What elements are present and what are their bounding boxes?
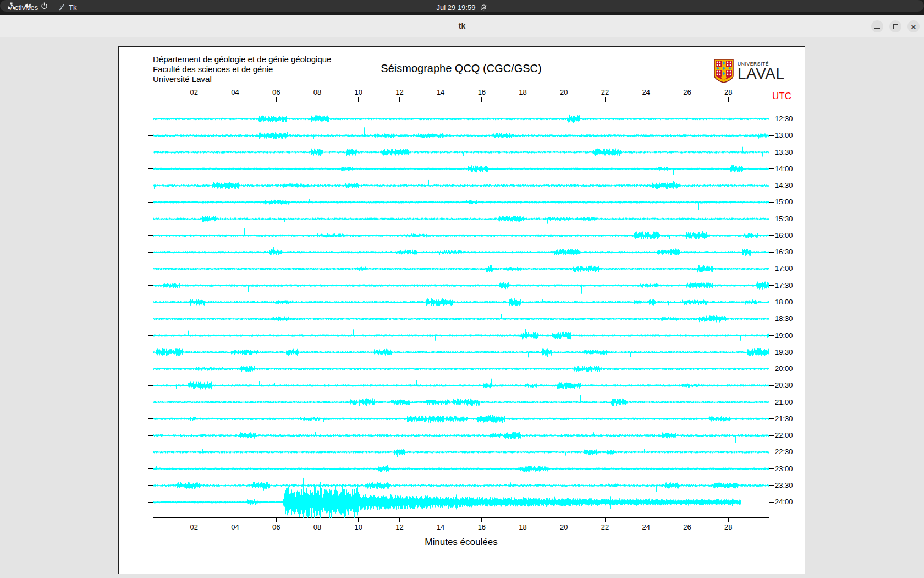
utc-row-label: 17:00 bbox=[775, 264, 793, 272]
x-tick-label-bottom: 12 bbox=[395, 523, 403, 531]
utc-row-label: 19:30 bbox=[775, 348, 793, 356]
x-tick-label-top: 28 bbox=[724, 88, 732, 96]
clock-menu[interactable]: Jul 29 19:59 bbox=[437, 0, 488, 15]
row-tick-right bbox=[769, 385, 774, 386]
x-tick-label-top: 02 bbox=[190, 88, 197, 96]
utc-row-label: 13:30 bbox=[775, 148, 793, 156]
row-tick-left bbox=[148, 135, 153, 136]
notifications-disabled-icon bbox=[480, 4, 487, 12]
row-tick-right bbox=[769, 452, 774, 452]
x-tick-bottom bbox=[235, 518, 235, 522]
row-tick-right bbox=[769, 202, 774, 203]
x-tick-top bbox=[605, 97, 606, 102]
row-tick-left bbox=[148, 235, 153, 236]
utc-row-label: 21:30 bbox=[775, 415, 793, 423]
minimize-icon bbox=[875, 28, 880, 29]
utc-row-label: 21:00 bbox=[775, 398, 793, 406]
x-tick-bottom bbox=[728, 518, 729, 522]
window-titlebar: tk × bbox=[0, 15, 924, 37]
x-tick-label-top: 10 bbox=[354, 88, 362, 96]
utc-row-label: 20:00 bbox=[775, 364, 793, 373]
x-tick-label-bottom: 14 bbox=[437, 523, 444, 531]
institution-line-3: Université Laval bbox=[153, 74, 331, 84]
row-tick-right bbox=[769, 219, 774, 219]
row-tick-left bbox=[148, 302, 153, 302]
seismogram-trace-canvas bbox=[153, 102, 769, 518]
x-tick-label-bottom: 18 bbox=[519, 523, 526, 531]
x-tick-top bbox=[399, 97, 400, 102]
row-tick-right bbox=[769, 369, 774, 369]
x-tick-label-top: 26 bbox=[683, 88, 691, 96]
minimize-button[interactable] bbox=[871, 20, 883, 32]
x-tick-top bbox=[276, 97, 277, 102]
utc-row-label: 12:30 bbox=[775, 114, 793, 123]
row-tick-right bbox=[769, 468, 774, 469]
x-tick-bottom bbox=[646, 518, 646, 522]
x-tick-label-top: 08 bbox=[314, 88, 321, 96]
row-tick-left bbox=[148, 468, 153, 469]
x-tick-label-top: 16 bbox=[478, 88, 486, 96]
row-tick-right bbox=[769, 152, 774, 152]
row-tick-right bbox=[769, 235, 774, 236]
row-tick-left bbox=[148, 152, 153, 152]
x-tick-bottom bbox=[399, 518, 400, 522]
row-tick-left bbox=[148, 385, 153, 386]
x-tick-label-bottom: 28 bbox=[724, 523, 732, 531]
close-icon: × bbox=[911, 23, 916, 31]
x-tick-bottom bbox=[481, 518, 482, 522]
x-tick-top bbox=[646, 97, 646, 102]
close-button[interactable]: × bbox=[908, 20, 920, 32]
x-tick-label-top: 18 bbox=[519, 88, 526, 96]
x-tick-label-bottom: 10 bbox=[354, 523, 362, 531]
row-tick-left bbox=[148, 502, 153, 503]
row-tick-left bbox=[148, 319, 153, 319]
row-tick-right bbox=[769, 502, 774, 503]
utc-row-label: 15:30 bbox=[775, 215, 793, 223]
utc-row-label: 18:00 bbox=[775, 298, 793, 306]
row-tick-left bbox=[148, 452, 153, 452]
row-tick-left bbox=[148, 168, 153, 169]
row-tick-left bbox=[148, 352, 153, 352]
x-tick-bottom bbox=[358, 518, 359, 522]
row-tick-left bbox=[148, 269, 153, 269]
window-title: tk bbox=[0, 21, 924, 30]
row-tick-left bbox=[148, 219, 153, 219]
x-tick-bottom bbox=[687, 518, 688, 522]
row-tick-right bbox=[769, 435, 774, 436]
row-tick-left bbox=[148, 252, 153, 253]
clock-text: Jul 29 19:59 bbox=[437, 3, 476, 12]
maximize-icon bbox=[893, 24, 898, 29]
x-tick-top bbox=[687, 97, 688, 102]
utc-row-label: 17:30 bbox=[775, 281, 793, 290]
row-tick-right bbox=[769, 335, 774, 336]
activities-button[interactable]: Activities bbox=[6, 0, 42, 15]
universite-laval-logo: UNIVERSITÉ LAVAL bbox=[714, 59, 785, 85]
x-tick-bottom bbox=[276, 518, 277, 522]
x-tick-top bbox=[564, 97, 564, 102]
page-title: Séismographe QCQ (CGC/GSC) bbox=[153, 62, 769, 75]
x-tick-label-bottom: 22 bbox=[601, 523, 609, 531]
row-tick-right bbox=[769, 168, 774, 169]
x-tick-bottom bbox=[605, 518, 606, 522]
x-tick-label-bottom: 04 bbox=[231, 523, 239, 531]
x-tick-label-top: 20 bbox=[560, 88, 568, 96]
x-tick-top bbox=[522, 97, 523, 102]
x-tick-top bbox=[194, 97, 194, 102]
utc-row-label: 16:30 bbox=[775, 248, 793, 256]
utc-row-label: 18:30 bbox=[775, 314, 793, 323]
activities-label: Activities bbox=[10, 3, 38, 12]
row-tick-right bbox=[769, 402, 774, 402]
row-tick-left bbox=[148, 369, 153, 369]
maximize-button[interactable] bbox=[889, 20, 901, 32]
x-tick-top bbox=[481, 97, 482, 102]
seismograph-sheet: Département de géologie et de génie géol… bbox=[118, 46, 805, 574]
row-tick-left bbox=[148, 285, 153, 286]
app-indicator-tk[interactable]: Tk bbox=[57, 0, 76, 15]
laval-shield-icon bbox=[714, 59, 734, 85]
x-tick-top bbox=[358, 97, 359, 102]
x-tick-label-top: 14 bbox=[437, 88, 444, 96]
utc-row-label: 14:30 bbox=[775, 181, 793, 189]
row-tick-right bbox=[769, 119, 774, 119]
row-tick-right bbox=[769, 352, 774, 352]
utc-row-label: 16:00 bbox=[775, 231, 793, 239]
